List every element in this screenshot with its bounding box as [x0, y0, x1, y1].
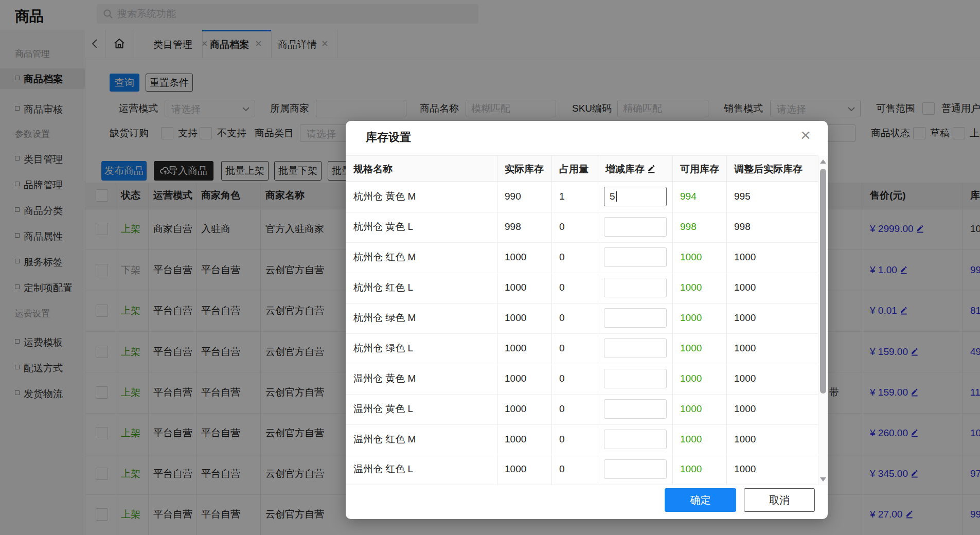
app-screen: 商品 搜索系统功能 商品管理 商品档案 商品审核 参数设置 类目管理 品牌管理 … — [0, 0, 980, 535]
spec-name: 杭州仓 红色 L — [353, 282, 413, 293]
available-stock: 1000 — [680, 343, 702, 354]
adjusted-stock: 1000 — [734, 434, 756, 445]
available-stock: 994 — [680, 191, 697, 202]
actual-stock: 1000 — [505, 434, 526, 445]
delta-stock-input[interactable] — [604, 217, 667, 237]
row-divider — [346, 242, 818, 243]
row-divider — [346, 394, 818, 395]
scroll-down-icon[interactable] — [820, 477, 826, 481]
occupied-qty: 0 — [559, 282, 565, 293]
modal-scrollbar[interactable] — [818, 156, 828, 485]
available-stock: 1000 — [680, 434, 702, 445]
row-divider — [346, 212, 818, 212]
occupied-qty: 0 — [559, 312, 565, 324]
mcol-spec: 规格名称 — [353, 164, 393, 175]
row-divider — [346, 485, 818, 485]
adjusted-stock: 1000 — [734, 403, 756, 415]
adjusted-stock: 1000 — [734, 252, 756, 263]
scrollbar-thumb[interactable] — [820, 169, 826, 394]
modal-close-icon[interactable]: × — [800, 126, 811, 144]
spec-name: 杭州仓 绿色 L — [353, 343, 413, 354]
available-stock: 1000 — [680, 373, 702, 384]
column-divider — [672, 155, 673, 485]
row-divider — [346, 273, 818, 273]
delta-stock-input[interactable] — [604, 430, 667, 449]
spec-name: 温州仓 红色 L — [353, 463, 413, 475]
occupied-qty: 0 — [559, 252, 565, 263]
occupied-qty: 0 — [559, 343, 565, 354]
scroll-up-icon[interactable] — [820, 159, 826, 164]
occupied-qty: 0 — [559, 373, 565, 384]
mcol-adjusted: 调整后实际库存 — [734, 164, 803, 175]
delta-stock-input[interactable] — [604, 399, 667, 419]
delta-stock-input[interactable]: 5 — [604, 187, 667, 206]
spec-name: 温州仓 黄色 L — [353, 403, 413, 415]
delta-stock-input[interactable] — [604, 338, 667, 358]
row-divider — [346, 364, 818, 364]
adjusted-stock: 995 — [734, 191, 751, 202]
actual-stock: 1000 — [505, 343, 526, 354]
mcol-delta: 增减库存 — [605, 164, 656, 175]
text-cursor — [616, 191, 617, 202]
row-divider — [346, 424, 818, 425]
adjusted-stock: 1000 — [734, 312, 756, 324]
column-divider — [598, 155, 598, 485]
actual-stock: 1000 — [505, 282, 526, 293]
adjusted-stock: 1000 — [734, 343, 756, 354]
spec-name: 杭州仓 红色 M — [353, 252, 416, 263]
actual-stock: 998 — [505, 221, 521, 233]
modal-title: 库存设置 — [366, 130, 411, 145]
delta-stock-input[interactable] — [604, 278, 667, 297]
available-stock: 1000 — [680, 312, 702, 324]
actual-stock: 1000 — [505, 252, 526, 263]
available-stock: 1000 — [680, 403, 702, 415]
actual-stock: 1000 — [505, 403, 526, 415]
row-divider — [346, 455, 818, 455]
delta-stock-input[interactable] — [604, 308, 667, 328]
adjusted-stock: 998 — [734, 221, 751, 233]
row-divider — [346, 333, 818, 334]
row-divider — [346, 303, 818, 304]
mcol-occupied: 占用量 — [559, 164, 589, 175]
occupied-qty: 0 — [559, 221, 565, 233]
available-stock: 998 — [680, 221, 697, 233]
adjusted-stock: 1000 — [734, 282, 756, 293]
spec-name: 温州仓 黄色 M — [353, 373, 416, 384]
occupied-qty: 0 — [559, 434, 565, 445]
pencil-icon — [647, 164, 656, 173]
occupied-qty: 0 — [559, 463, 565, 475]
actual-stock: 990 — [505, 191, 521, 202]
adjusted-stock: 1000 — [734, 373, 756, 384]
occupied-qty: 1 — [559, 191, 565, 202]
actual-stock: 1000 — [505, 463, 526, 475]
delta-stock-input[interactable] — [604, 369, 667, 388]
actual-stock: 1000 — [505, 373, 526, 384]
column-divider — [497, 155, 497, 485]
available-stock: 1000 — [680, 463, 702, 475]
delta-stock-input[interactable] — [604, 459, 667, 479]
actual-stock: 1000 — [505, 312, 526, 324]
available-stock: 1000 — [680, 282, 702, 293]
available-stock: 1000 — [680, 252, 702, 263]
occupied-qty: 0 — [559, 403, 565, 415]
spec-name: 温州仓 红色 M — [353, 434, 416, 445]
delta-stock-input[interactable] — [604, 247, 667, 267]
mcol-available: 可用库存 — [680, 164, 719, 175]
modal-cancel-button[interactable]: 取消 — [744, 488, 815, 512]
mcol-actual: 实际库存 — [505, 164, 544, 175]
adjusted-stock: 1000 — [734, 463, 756, 475]
spec-name: 杭州仓 黄色 L — [353, 221, 413, 233]
inventory-settings-modal: 库存设置 × 规格名称 实际库存 占用量 增减库存 可用库存 调整后实际库存 杭… — [346, 121, 828, 519]
modal-ok-button[interactable]: 确定 — [665, 488, 736, 512]
column-divider — [726, 155, 727, 485]
spec-name: 杭州仓 黄色 M — [353, 191, 416, 202]
column-divider — [551, 155, 552, 485]
spec-name: 杭州仓 绿色 M — [353, 312, 416, 324]
